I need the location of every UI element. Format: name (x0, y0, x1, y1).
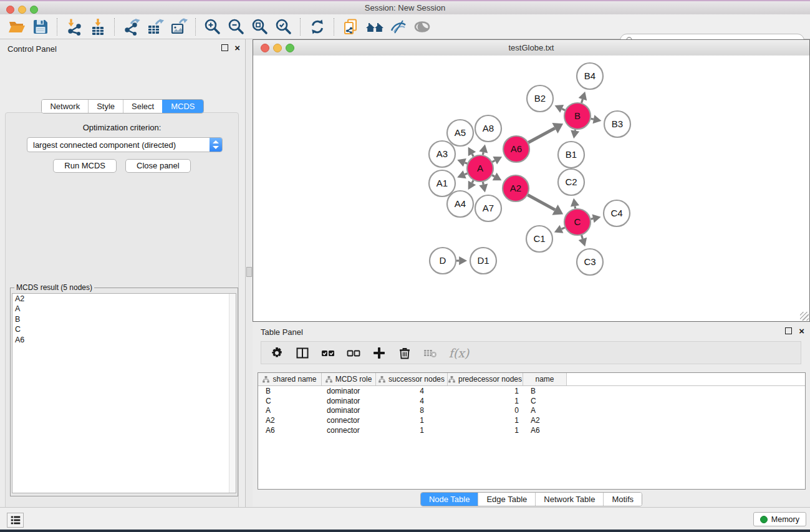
add-column-button[interactable] (372, 346, 387, 360)
graph-edge[interactable] (582, 99, 583, 103)
table-cell[interactable]: A (523, 406, 567, 415)
tab-mcds[interactable]: MCDS (162, 100, 203, 113)
show-columns-button[interactable] (295, 346, 310, 360)
graph-edge[interactable] (465, 173, 467, 175)
zoom-window-icon[interactable] (30, 6, 38, 14)
table-cell[interactable]: connector (322, 416, 376, 425)
home-button[interactable] (364, 17, 385, 37)
optimization-criterion-select[interactable]: largest connected component (directed) (27, 137, 223, 152)
graphics-details-button[interactable] (388, 17, 409, 37)
table-cell[interactable]: 8 (376, 406, 448, 415)
zoom-in-button[interactable] (202, 17, 223, 37)
zoom-fit-button[interactable] (249, 17, 271, 37)
close-table-panel-icon[interactable]: × (799, 327, 804, 334)
mcds-result-item[interactable]: A6 (12, 335, 236, 345)
table-options-button[interactable] (269, 346, 284, 360)
table-cell[interactable]: connector (322, 426, 376, 435)
table-row[interactable]: A2connector11A2 (258, 415, 805, 425)
graph-edge[interactable] (492, 175, 494, 177)
network-from-file-button[interactable] (340, 17, 362, 37)
network-graph[interactable]: B4B2BB3A5A8A6B1A3AC2A1A2A4A7CC4C1C3DD1 (253, 56, 809, 321)
select-all-button[interactable] (321, 346, 335, 360)
table-cell[interactable]: 1 (448, 387, 523, 395)
import-table-button[interactable] (87, 17, 108, 37)
graph-edge[interactable] (582, 235, 583, 239)
mcds-result-item[interactable]: A2 (12, 294, 236, 304)
tab-node-table[interactable]: Node Table (421, 493, 478, 506)
table-cell[interactable]: 1 (376, 416, 448, 425)
graph-edge[interactable] (492, 160, 494, 162)
window-titlebar[interactable]: Session: New Session (0, 1, 810, 15)
tab-style[interactable]: Style (88, 100, 123, 113)
column-header[interactable]: predecessor nodes (448, 373, 523, 385)
tab-network-table[interactable]: Network Table (535, 493, 603, 506)
table-cell[interactable]: 1 (448, 416, 523, 425)
tab-motifs[interactable]: Motifs (603, 493, 642, 506)
minimize-window-icon[interactable] (18, 6, 26, 14)
column-header[interactable]: MCDS role (322, 373, 376, 385)
table-row[interactable]: A6connector11A6 (258, 425, 805, 435)
scrollbar-track[interactable] (229, 294, 236, 493)
float-table-panel-icon[interactable] (785, 327, 792, 334)
graph-edge[interactable] (591, 118, 594, 119)
zoom-out-button[interactable] (226, 17, 247, 37)
mcds-result-item[interactable]: A (12, 304, 236, 314)
delete-table-button[interactable] (423, 346, 438, 360)
table-cell[interactable]: 1 (376, 426, 448, 435)
run-mcds-button[interactable]: Run MCDS (53, 159, 117, 173)
tab-network[interactable]: Network (42, 100, 88, 113)
tab-select[interactable]: Select (123, 100, 162, 113)
close-panel-icon[interactable]: × (234, 44, 240, 51)
column-header[interactable]: name (523, 373, 567, 385)
table-cell[interactable]: 1 (448, 397, 523, 405)
float-panel-icon[interactable] (221, 44, 228, 51)
mcds-result-item[interactable]: C (12, 324, 236, 334)
table-cell[interactable]: A2 (523, 416, 567, 425)
table-cell[interactable]: 4 (376, 397, 448, 405)
graph-edge[interactable] (562, 109, 565, 110)
mcds-result-list[interactable]: A2ABCA6 (12, 293, 236, 493)
minimize-network-icon[interactable] (273, 44, 282, 52)
table-row[interactable]: Cdominator41C (258, 396, 805, 406)
graph-edge[interactable] (528, 195, 555, 210)
node-table[interactable]: shared nameMCDS rolesuccessor nodesprede… (258, 372, 806, 490)
column-header[interactable]: shared name (258, 373, 322, 385)
table-cell[interactable]: A (258, 406, 322, 415)
graph-edge[interactable] (472, 180, 473, 183)
tab-edge-table[interactable]: Edge Table (478, 493, 535, 506)
table-cell[interactable]: A6 (523, 426, 567, 435)
dropdown-stepper-icon[interactable] (210, 138, 222, 152)
zoom-selected-button[interactable] (273, 17, 294, 37)
task-history-button[interactable] (7, 513, 24, 528)
function-builder-button[interactable]: f(x) (448, 346, 470, 360)
export-table-button[interactable] (145, 17, 166, 37)
network-canvas[interactable]: B4B2BB3A5A8A6B1A3AC2A1A2A4A7CC4C1C3DD1 (253, 56, 809, 321)
close-panel-button[interactable]: Close panel (125, 159, 191, 173)
open-session-button[interactable] (6, 17, 27, 37)
graph-edge[interactable] (472, 154, 473, 157)
table-cell[interactable]: dominator (322, 406, 376, 415)
show-hide-button[interactable] (412, 17, 433, 37)
table-cell[interactable]: A2 (258, 416, 322, 425)
save-session-button[interactable] (30, 17, 51, 37)
deselect-all-button[interactable] (346, 346, 361, 360)
export-image-button[interactable] (168, 17, 190, 37)
graph-edge[interactable] (591, 218, 593, 219)
table-cell[interactable]: B (523, 387, 567, 395)
maximize-network-icon[interactable] (286, 44, 294, 52)
close-network-icon[interactable] (261, 44, 269, 52)
table-row[interactable]: Adominator80A (258, 405, 805, 415)
mcds-result-item[interactable]: B (12, 314, 236, 324)
import-network-button[interactable] (64, 17, 85, 37)
graph-edge[interactable] (483, 152, 483, 155)
panel-splitter-handle[interactable] (246, 267, 252, 277)
table-row[interactable]: Bdominator41B (258, 386, 805, 396)
delete-column-button[interactable] (397, 346, 412, 360)
export-network-button[interactable] (121, 17, 142, 37)
table-cell[interactable]: 1 (448, 426, 523, 435)
table-cell[interactable]: 4 (376, 387, 448, 395)
table-cell[interactable]: B (258, 387, 322, 395)
table-cell[interactable]: C (258, 397, 322, 405)
graph-edge[interactable] (528, 128, 555, 143)
column-header[interactable]: successor nodes (376, 373, 448, 385)
